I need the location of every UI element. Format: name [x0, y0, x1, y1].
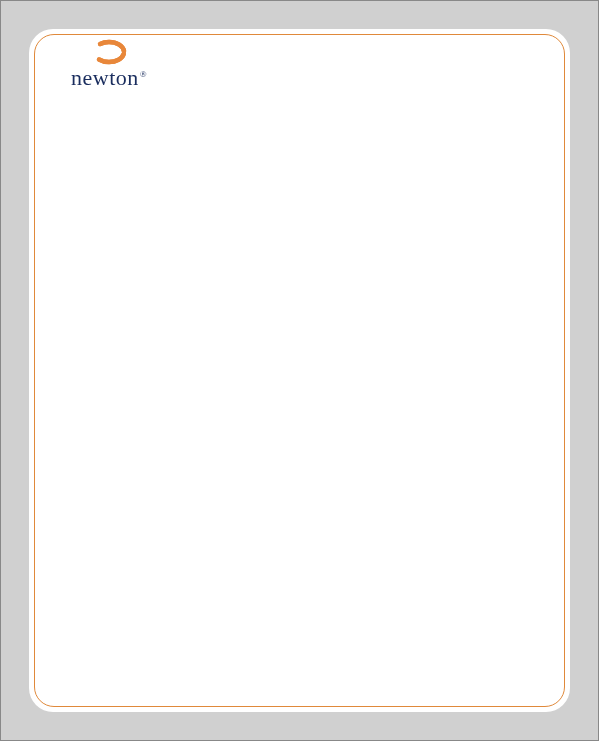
svg-point-1: [94, 42, 124, 62]
brand-name: newton®: [71, 67, 147, 89]
orange-border: [34, 34, 565, 707]
letterhead-page: newton®: [29, 29, 570, 712]
registered-mark: ®: [140, 69, 147, 79]
brand-text: newton: [71, 65, 139, 90]
swirl-icon: [91, 39, 127, 65]
brand-logo: newton®: [61, 39, 157, 95]
